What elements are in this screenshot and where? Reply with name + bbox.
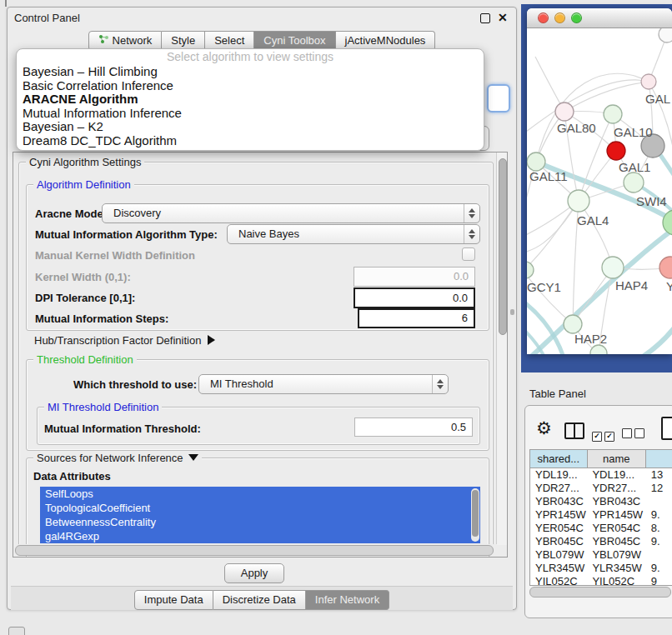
table-horizontal-scrollbar[interactable] (529, 586, 671, 597)
document-icon[interactable] (661, 417, 672, 440)
minimize-traffic-light-icon[interactable] (554, 12, 565, 23)
node-gcy1[interactable] (527, 262, 534, 278)
network-edge[interactable] (527, 297, 566, 354)
mi-type-select[interactable]: Naive Bayes (227, 224, 480, 244)
checked-boxes-icon[interactable]: ✓✓ (592, 427, 617, 442)
column-header-shared[interactable]: shared... (530, 450, 588, 468)
unchecked-boxes-icon[interactable] (622, 427, 647, 442)
cell[interactable]: 13 (646, 468, 672, 482)
cell[interactable]: YDR27... (530, 482, 587, 495)
cell[interactable]: YDL19... (587, 468, 645, 482)
cell[interactable]: YIL052C (530, 575, 587, 586)
node-hap2[interactable] (564, 315, 582, 333)
table-row[interactable]: YDR27...YDR27...12 (530, 482, 672, 495)
node-unlabeled[interactable] (590, 345, 607, 354)
cell[interactable]: YIL052C (587, 575, 645, 586)
node-y[interactable] (659, 257, 672, 278)
mi-steps-field[interactable]: 6 (358, 308, 475, 328)
columns-icon[interactable] (564, 422, 584, 439)
tab-discretize-data[interactable]: Discretize Data (213, 590, 306, 610)
node-gal4[interactable] (568, 190, 589, 212)
cell[interactable]: 9 (646, 575, 672, 586)
list-item-betweennesscentrality[interactable]: BetweennessCentrality (40, 515, 480, 529)
node-gal1[interactable] (607, 142, 625, 160)
table-row[interactable]: YBL079WYBL079W (530, 548, 672, 562)
cell[interactable]: 9. (646, 562, 672, 575)
focused-combo-fragment[interactable] (487, 84, 510, 112)
dropdown-item-bayesian-hill-climbing[interactable]: Bayesian – Hill Climbing (17, 65, 484, 79)
float-window-icon[interactable] (480, 13, 490, 23)
tab-infer-network[interactable]: Infer Network (306, 590, 389, 610)
node-unlabeled[interactable] (624, 172, 644, 192)
gear-icon[interactable]: ⚙ (536, 418, 552, 438)
dropdown-item-bayesian-k2[interactable]: Bayesian – K2 (17, 120, 484, 134)
cell[interactable]: 9. (646, 535, 672, 548)
cell[interactable]: YER054C (587, 522, 645, 535)
kernel-width-field[interactable]: 0.0 (354, 267, 475, 287)
apply-button[interactable]: Apply (224, 563, 284, 583)
cell[interactable]: YPR145W (587, 508, 645, 522)
list-item-topologicalcoefficient[interactable]: TopologicalCoefficient (40, 501, 480, 515)
cell[interactable]: 8. (646, 522, 672, 535)
node-gal11[interactable] (527, 152, 545, 171)
cell[interactable]: YBR043C (587, 495, 645, 508)
node-unlabeled[interactable] (659, 28, 672, 42)
scrollbar-thumb[interactable] (499, 158, 507, 335)
network-edge[interactable] (536, 73, 649, 162)
scrollbar-thumb[interactable] (529, 587, 671, 598)
cell[interactable]: YDR27... (587, 482, 645, 495)
cell[interactable]: 12 (646, 482, 672, 495)
table-row[interactable]: YDL19...YDL19...13 (530, 468, 672, 482)
aracne-mode-select[interactable]: Discovery (102, 203, 480, 223)
tab-impute-data[interactable]: Impute Data (134, 590, 213, 610)
dropdown-item-mutual-information-inference[interactable]: Mutual Information Inference (17, 107, 484, 121)
list-scrollbar[interactable] (471, 488, 479, 542)
table-row[interactable]: YIL052CYIL052C9 (530, 575, 672, 586)
table-row[interactable]: YPR145WYPR145W9. (530, 508, 672, 522)
column-header-extra[interactable] (646, 450, 672, 468)
cell[interactable]: YLR345W (587, 562, 645, 575)
scrollbar-thumb[interactable] (15, 545, 494, 556)
dropdown-item-basic-correlation-inference[interactable]: Basic Correlation Inference (17, 79, 484, 93)
cell[interactable]: 9. (646, 508, 672, 522)
cell[interactable] (646, 495, 672, 508)
network-window-titlebar[interactable] (527, 8, 672, 28)
collapse-down-icon[interactable] (188, 454, 198, 461)
settings-horizontal-scrollbar[interactable] (15, 544, 497, 555)
network-edge[interactable] (620, 320, 672, 354)
cell[interactable]: YBL079W (587, 548, 645, 562)
collapsed-panel-button[interactable] (8, 627, 25, 635)
dropdown-item-aracne-algorithm[interactable]: ARACNE Algorithm (17, 92, 484, 107)
manual-kernel-checkbox[interactable] (462, 248, 475, 261)
cell[interactable]: YLR345W (530, 562, 587, 575)
dpi-tolerance-field[interactable]: 0.0 (354, 288, 475, 308)
dropdown-item-dream8-dc-tdc-algorithm[interactable]: Dream8 DC_TDC Algorithm (17, 134, 484, 148)
table-row[interactable]: YBR043CYBR043C (530, 495, 672, 508)
settings-vertical-scrollbar[interactable] (496, 152, 507, 545)
table-row[interactable]: YBR045CYBR045C9. (530, 535, 672, 548)
cell[interactable]: YDL19... (530, 468, 587, 482)
which-threshold-select[interactable]: MI Threshold (198, 374, 449, 394)
node-gal10[interactable] (604, 105, 622, 123)
list-item-selfloops[interactable]: SelfLoops (40, 487, 480, 501)
node-hap4[interactable] (602, 257, 624, 278)
network-canvas[interactable]: GALGAL80GAL10GAL1GAL11SWI4GAL4HAP4YGCY1H… (527, 28, 672, 354)
splitpane-handle[interactable] (510, 309, 514, 315)
cell[interactable]: YBR045C (530, 535, 587, 548)
mi-threshold-field[interactable]: 0.5 (354, 418, 473, 437)
close-traffic-light-icon[interactable] (538, 12, 549, 23)
cell[interactable] (646, 548, 672, 562)
table-row[interactable]: YLR345WYLR345W9. (530, 562, 672, 575)
table-row[interactable]: YER054CYER054C8. (530, 522, 672, 535)
list-item-gal4rgexp[interactable]: gal4RGexp (40, 529, 480, 543)
maximize-traffic-light-icon[interactable] (571, 12, 582, 23)
cell[interactable]: YBR043C (530, 495, 587, 508)
cell[interactable]: YBR045C (587, 535, 645, 548)
cell[interactable]: YER054C (530, 522, 587, 535)
cell[interactable]: YBL079W (530, 548, 587, 562)
column-header-name[interactable]: name (588, 450, 646, 468)
hub-definition-toggle[interactable]: Hub/Transcription Factor Definition (34, 334, 215, 347)
close-icon[interactable]: ✕ (498, 11, 508, 24)
cell[interactable]: YPR145W (530, 508, 587, 522)
node-gal80[interactable] (555, 102, 574, 121)
